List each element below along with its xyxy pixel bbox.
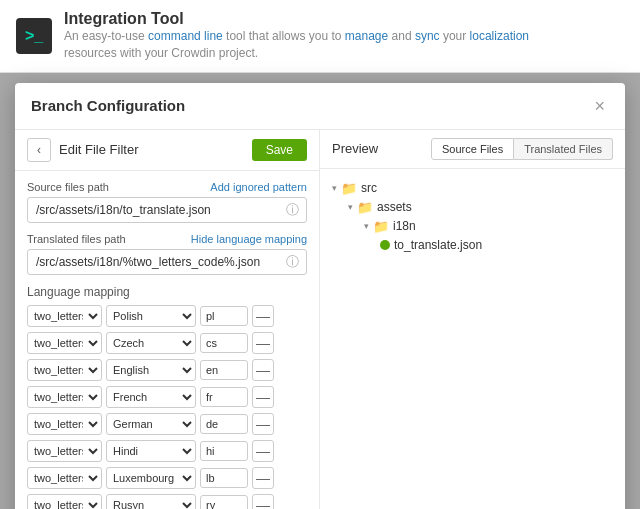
translated-files-input[interactable] xyxy=(27,249,307,275)
mapping-row-hindi: two_letters_c Hindi — xyxy=(27,440,307,462)
app-title-block: Integration Tool An easy-to-use command … xyxy=(64,10,544,62)
tree-content: ▾ 📁 src ▾ 📁 assets ▾ 📁 i18n xyxy=(320,169,625,509)
mapping-select-rusyn-lang[interactable]: Rusyn xyxy=(106,494,196,509)
mapping-row-english: two_letters_c English — xyxy=(27,359,307,381)
source-files-header: Source files path Add ignored pattern xyxy=(27,181,307,193)
tab-translated-files[interactable]: Translated Files xyxy=(514,138,613,160)
remove-hindi-button[interactable]: — xyxy=(252,440,274,462)
translated-files-header: Translated files path Hide language mapp… xyxy=(27,233,307,245)
remove-french-button[interactable]: — xyxy=(252,386,274,408)
mapping-row-czech: two_letters_c Czech — xyxy=(27,332,307,354)
source-files-label: Source files path xyxy=(27,181,109,193)
remove-german-button[interactable]: — xyxy=(252,413,274,435)
mapping-select-french-key[interactable]: two_letters_c xyxy=(27,386,102,408)
mapping-select-german-lang[interactable]: German xyxy=(106,413,196,435)
language-mapping-group: Language mapping two_letters_c Polish — xyxy=(27,285,307,509)
mapping-row-french: two_letters_c French — xyxy=(27,386,307,408)
remove-rusyn-button[interactable]: — xyxy=(252,494,274,509)
mapping-select-hindi-lang[interactable]: Hindi xyxy=(106,440,196,462)
remove-luxembourg-button[interactable]: — xyxy=(252,467,274,489)
mapping-select-german-key[interactable]: two_letters_c xyxy=(27,413,102,435)
modal: Branch Configuration × ‹ Edit File Filte… xyxy=(15,83,625,509)
remove-english-button[interactable]: — xyxy=(252,359,274,381)
panel-top-bar: ‹ Edit File Filter Save xyxy=(15,130,319,171)
tree-item-translate-json[interactable]: to_translate.json xyxy=(332,236,613,254)
mapping-select-luxembourg-lang[interactable]: Luxembourg xyxy=(106,467,196,489)
mapping-row-luxembourg: two_letters_c Luxembourg — xyxy=(27,467,307,489)
left-panel: ‹ Edit File Filter Save Source files pat… xyxy=(15,130,320,509)
chevron-i18n-icon: ▾ xyxy=(364,221,369,231)
tree-item-assets[interactable]: ▾ 📁 assets xyxy=(332,198,613,217)
modal-body: ‹ Edit File Filter Save Source files pat… xyxy=(15,130,625,509)
source-info-icon[interactable]: ⓘ xyxy=(286,201,299,219)
source-files-input-wrapper: ⓘ xyxy=(27,197,307,223)
chevron-assets-icon: ▾ xyxy=(348,202,353,212)
mapping-select-english-lang[interactable]: English xyxy=(106,359,196,381)
translated-files-group: Translated files path Hide language mapp… xyxy=(27,233,307,275)
form-content: Source files path Add ignored pattern ⓘ … xyxy=(15,171,319,509)
mapping-select-rusyn-key[interactable]: two_letters_c xyxy=(27,494,102,509)
save-button[interactable]: Save xyxy=(252,139,307,161)
folder-assets-icon: 📁 xyxy=(357,200,373,215)
tree-item-i18n[interactable]: ▾ 📁 i18n xyxy=(332,217,613,236)
modal-overlay: Branch Configuration × ‹ Edit File Filte… xyxy=(0,73,640,509)
tab-group: Source Files Translated Files xyxy=(431,138,613,160)
preview-label: Preview xyxy=(332,141,378,156)
mapping-code-polish[interactable] xyxy=(200,306,248,326)
mapping-code-rusyn[interactable] xyxy=(200,495,248,509)
tree-label-i18n: i18n xyxy=(393,219,416,233)
mapping-code-luxembourg[interactable] xyxy=(200,468,248,488)
tree-label-src: src xyxy=(361,181,377,195)
preview-header: Preview Source Files Translated Files xyxy=(320,130,625,169)
modal-close-button[interactable]: × xyxy=(590,95,609,117)
mapping-row-rusyn: two_letters_c Rusyn — xyxy=(27,494,307,509)
mapping-select-hindi-key[interactable]: two_letters_c xyxy=(27,440,102,462)
mapping-code-czech[interactable] xyxy=(200,333,248,353)
mapping-code-hindi[interactable] xyxy=(200,441,248,461)
translated-info-icon[interactable]: ⓘ xyxy=(286,253,299,271)
tree-item-src[interactable]: ▾ 📁 src xyxy=(332,179,613,198)
folder-i18n-icon: 📁 xyxy=(373,219,389,234)
mapping-select-french-lang[interactable]: French xyxy=(106,386,196,408)
mapping-select-polish-lang[interactable]: Polish xyxy=(106,305,196,327)
mapping-row-polish: two_letters_c Polish — xyxy=(27,305,307,327)
remove-polish-button[interactable]: — xyxy=(252,305,274,327)
source-files-input[interactable] xyxy=(27,197,307,223)
mapping-select-polish-key[interactable]: two_letters_c xyxy=(27,305,102,327)
back-button[interactable]: ‹ xyxy=(27,138,51,162)
mapping-select-luxembourg-key[interactable]: two_letters_c xyxy=(27,467,102,489)
add-ignored-link[interactable]: Add ignored pattern xyxy=(210,181,307,193)
chevron-src-icon: ▾ xyxy=(332,183,337,193)
tree-label-assets: assets xyxy=(377,200,412,214)
tree-label-translate-json: to_translate.json xyxy=(394,238,482,252)
modal-header: Branch Configuration × xyxy=(15,83,625,130)
modal-title: Branch Configuration xyxy=(31,97,185,114)
right-panel: Preview Source Files Translated Files ▾ … xyxy=(320,130,625,509)
mapping-select-english-key[interactable]: two_letters_c xyxy=(27,359,102,381)
translated-files-input-wrapper: ⓘ xyxy=(27,249,307,275)
mapping-select-czech-key[interactable]: two_letters_c xyxy=(27,332,102,354)
mapping-code-french[interactable] xyxy=(200,387,248,407)
app-subtitle: An easy-to-use command line tool that al… xyxy=(64,28,544,62)
hide-mapping-link[interactable]: Hide language mapping xyxy=(191,233,307,245)
mapping-code-german[interactable] xyxy=(200,414,248,434)
tab-source-files[interactable]: Source Files xyxy=(431,138,514,160)
app-header: >_ Integration Tool An easy-to-use comma… xyxy=(0,0,640,73)
folder-src-icon: 📁 xyxy=(341,181,357,196)
panel-label: Edit File Filter xyxy=(59,142,244,157)
language-mapping-title: Language mapping xyxy=(27,285,307,299)
mapping-code-english[interactable] xyxy=(200,360,248,380)
app-icon: >_ xyxy=(16,18,52,54)
app-title: Integration Tool xyxy=(64,10,544,28)
file-dot-icon xyxy=(380,240,390,250)
source-files-group: Source files path Add ignored pattern ⓘ xyxy=(27,181,307,223)
mapping-row-german: two_letters_c German — xyxy=(27,413,307,435)
mapping-select-czech-lang[interactable]: Czech xyxy=(106,332,196,354)
remove-czech-button[interactable]: — xyxy=(252,332,274,354)
translated-files-label: Translated files path xyxy=(27,233,126,245)
